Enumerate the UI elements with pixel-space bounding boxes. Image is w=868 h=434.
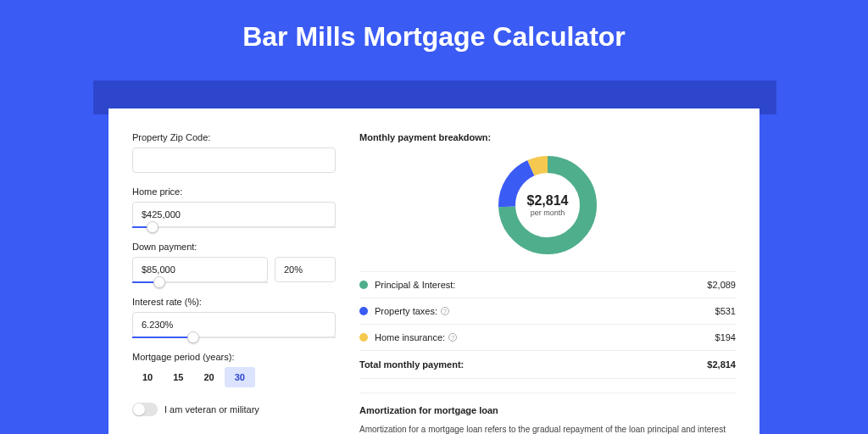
amortization-title: Amortization for mortgage loan (359, 405, 736, 415)
down-payment-input[interactable] (132, 257, 268, 282)
info-icon[interactable]: ? (448, 333, 457, 342)
mortgage-period-field: Mortgage period (years): 10152030 (132, 352, 336, 387)
toggle-knob (133, 403, 145, 415)
mortgage-period-label: Mortgage period (years): (132, 352, 336, 362)
breakdown-row: Property taxes: ?$531 (359, 298, 736, 324)
period-buttons: 10152030 (132, 367, 336, 387)
interest-rate-input[interactable] (132, 312, 336, 337)
donut-amount: $2,814 (527, 193, 569, 209)
donut-chart: $2,814 per month (497, 154, 598, 256)
down-payment-field: Down payment: (132, 242, 336, 283)
row-label: Principal & Interest: (375, 280, 707, 290)
home-price-label: Home price: (132, 186, 336, 197)
input-form: Property Zip Code: Home price: Down paym… (132, 132, 336, 434)
down-payment-pct-input[interactable] (275, 257, 336, 282)
legend-dot (359, 333, 368, 342)
donut-center: $2,814 per month (497, 154, 598, 256)
home-price-slider[interactable] (132, 226, 336, 228)
slider-knob[interactable] (147, 221, 159, 233)
slider-knob[interactable] (153, 276, 165, 288)
period-button-15[interactable]: 15 (163, 367, 193, 387)
down-payment-label: Down payment: (132, 242, 336, 252)
period-button-20[interactable]: 20 (194, 367, 225, 387)
interest-rate-label: Interest rate (%): (132, 297, 336, 307)
total-row: Total monthly payment: $2,814 (359, 350, 736, 379)
breakdown-row: Home insurance: ?$194 (359, 324, 736, 350)
veteran-toggle[interactable] (132, 403, 158, 416)
donut-chart-wrap: $2,814 per month (359, 154, 736, 256)
period-button-10[interactable]: 10 (132, 367, 163, 387)
amortization-text: Amortization for a mortgage loan refers … (359, 424, 736, 434)
period-button-30[interactable]: 30 (225, 367, 255, 387)
breakdown-rows: Principal & Interest:$2,089Property taxe… (359, 271, 736, 350)
interest-rate-slider[interactable] (132, 337, 336, 338)
legend-dot (359, 307, 368, 315)
row-value: $531 (715, 306, 736, 316)
veteran-label: I am veteran or military (164, 404, 259, 415)
zip-input[interactable] (132, 147, 336, 173)
row-label: Property taxes: ? (375, 306, 715, 316)
breakdown-row: Principal & Interest:$2,089 (359, 271, 736, 298)
amortization-section: Amortization for mortgage loan Amortizat… (359, 392, 736, 434)
info-icon[interactable]: ? (441, 307, 449, 315)
breakdown-panel: Monthly payment breakdown: $2,814 per mo… (359, 132, 736, 434)
row-value: $2,089 (707, 280, 736, 290)
interest-rate-field: Interest rate (%): (132, 297, 336, 338)
home-price-field: Home price: (132, 186, 336, 228)
row-label: Home insurance: ? (375, 332, 715, 342)
row-value: $194 (715, 332, 736, 342)
breakdown-title: Monthly payment breakdown: (359, 132, 736, 142)
total-label: Total monthly payment: (359, 359, 707, 370)
home-price-input[interactable] (132, 202, 336, 227)
down-payment-slider[interactable] (132, 281, 268, 283)
zip-label: Property Zip Code: (132, 132, 336, 142)
slider-knob[interactable] (187, 331, 199, 343)
zip-field: Property Zip Code: (132, 132, 336, 173)
donut-sub: per month (531, 209, 565, 217)
calculator-card: Property Zip Code: Home price: Down paym… (108, 108, 760, 434)
page-title: Bar Mills Mortgage Calculator (0, 0, 868, 68)
legend-dot (359, 281, 368, 289)
veteran-row: I am veteran or military (132, 403, 336, 416)
total-value: $2,814 (707, 359, 736, 370)
